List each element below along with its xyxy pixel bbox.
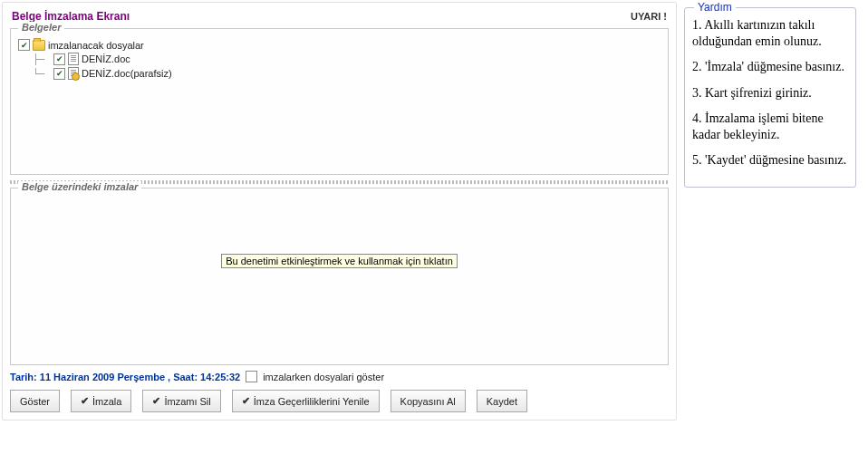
help-steps-list: 1. Akıllı kartınızın takılı olduğundan e… [692,17,848,169]
datetime-label: Tarih: 11 Haziran 2009 Perşembe , Saat: … [10,372,240,382]
help-step: 4. İmzalama işlemi bitene kadar bekleyin… [692,111,848,143]
tree-item-label: DENİZ.doc [82,53,130,64]
tree-branch-icon: └─ [33,68,51,80]
refresh-validity-button-label: İmza Geçerliliklerini Yenile [254,396,370,407]
help-step: 1. Akıllı kartınızın takılı olduğundan e… [692,17,848,50]
delete-signature-button-label: İmzamı Sil [164,396,210,407]
button-bar: Göster ✔ İmzala ✔ İmzamı Sil ✔ İmza Geçe… [10,390,669,412]
folder-icon [33,40,45,51]
check-icon: ✔ [81,395,89,407]
tree-root[interactable]: ✔ imzalanacak dosyalar [18,38,661,52]
help-title: Yardım [694,1,736,14]
checkbox-icon[interactable]: ✔ [18,39,30,51]
help-panel: Yardım 1. Akıllı kartınızın takılı olduğ… [684,7,856,188]
status-row: Tarih: 11 Haziran 2009 Perşembe , Saat: … [10,371,669,382]
refresh-validity-button[interactable]: ✔ İmza Geçerliliklerini Yenile [232,390,380,412]
save-button-label: Kaydet [487,396,517,407]
warning-label: UYARI ! [631,11,667,22]
main-panel: Belge İmzalama Ekranı UYARI ! Belgeler ✔… [2,2,677,420]
tree-root-label: imzalanacak dosyalar [48,40,144,51]
checkbox-icon[interactable]: ✔ [53,53,65,65]
documents-panel: Belgeler ✔ imzalanacak dosyalar ├─ ✔ DEN… [10,28,669,175]
document-signed-icon [68,67,79,80]
copy-button[interactable]: Kopyasını Al [391,390,466,412]
documents-legend: Belgeler [18,22,64,33]
document-icon [68,53,79,65]
copy-button-label: Kopyasını Al [400,396,456,407]
show-files-label: imzalarken dosyalari göster [263,372,384,382]
signatures-panel: Belge üzerindeki imzalar Bu denetimi etk… [10,188,669,365]
tree-item[interactable]: ├─ ✔ DENİZ.doc [33,52,661,66]
show-button-label: Göster [20,396,50,407]
tree-branch-icon: ├─ [33,53,51,65]
documents-tree: ✔ imzalanacak dosyalar ├─ ✔ DENİZ.doc └─… [11,29,668,84]
help-step: 3. Kart şifrenizi giriniz. [692,85,848,102]
save-button[interactable]: Kaydet [477,390,527,412]
delete-signature-button[interactable]: ✔ İmzamı Sil [142,390,220,412]
check-icon: ✔ [152,395,160,407]
checkbox-icon[interactable]: ✔ [53,68,65,80]
help-step: 2. 'İmzala' düğmesine basınız. [692,59,848,75]
tree-item[interactable]: └─ ✔ DENİZ.doc(parafsiz) [33,66,661,81]
tree-item-label: DENİZ.doc(parafsiz) [82,68,172,79]
page-title: Belge İmzalama Ekranı [12,10,130,23]
sign-button-label: İmzala [92,396,121,407]
check-icon: ✔ [242,395,250,407]
show-button[interactable]: Göster [10,390,60,412]
sign-button[interactable]: ✔ İmzala [71,390,131,412]
signatures-area[interactable]: Bu denetimi etkinleştirmek ve kullanmak … [11,188,668,364]
help-step: 5. 'Kaydet' düğmesine basınız. [692,152,848,169]
show-files-checkbox[interactable] [246,371,257,382]
activation-tooltip: Bu denetimi etkinleştirmek ve kullanmak … [221,254,458,268]
